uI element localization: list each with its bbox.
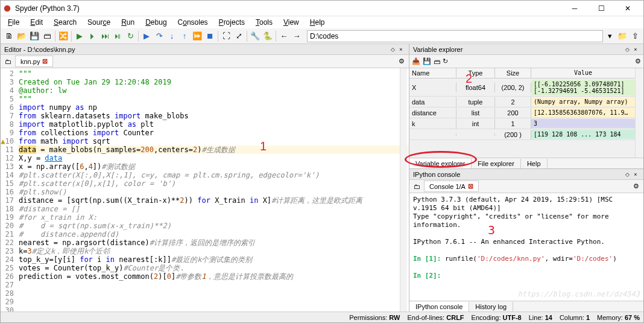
run-cell-advance-icon[interactable]: ⏭ <box>99 30 111 42</box>
save-all-icon[interactable]: 🗃 <box>41 30 53 42</box>
status-line: Line: 14 <box>529 314 552 321</box>
rerun-icon[interactable]: ↻ <box>124 30 136 42</box>
varexp-scrollbar[interactable] <box>635 68 643 158</box>
import-data-icon[interactable]: 📥 <box>412 57 420 65</box>
editor-options-icon[interactable]: ⚙ <box>397 57 406 66</box>
back-icon[interactable]: ← <box>278 30 290 42</box>
menu-tools[interactable]: Tools <box>251 17 277 28</box>
var-row[interactable]: datatuple2(Numpy array, Numpy array) <box>409 97 635 107</box>
save-data-as-icon[interactable]: 🗃 <box>434 58 440 65</box>
menu-run[interactable]: Run <box>116 17 139 28</box>
stop-debug-icon[interactable]: ⏹ <box>204 30 216 42</box>
run-icon[interactable]: ▶ <box>74 30 86 42</box>
tab-help[interactable]: Help <box>521 159 548 168</box>
editor-scrollbar[interactable] <box>400 68 407 312</box>
ipython-in-1: In [1]: runfile('D:/codes/knn.py', wdir=… <box>413 255 640 263</box>
run-cell-icon[interactable]: ⏵ <box>86 30 98 42</box>
menu-search[interactable]: Search <box>49 17 81 28</box>
varexp-pane-title: Variable explorer ◇ × <box>409 44 643 55</box>
watermark: https://blog.csdn.net/dz4543 <box>518 290 640 298</box>
varexp-table: Name Type Size Value Xfloat64(200, 2)[[-… <box>409 68 643 158</box>
menu-debug[interactable]: Debug <box>140 17 171 28</box>
tab-ipython-console[interactable]: IPython console <box>409 302 469 312</box>
menu-source[interactable]: Source <box>83 17 115 28</box>
varexp-close-icon[interactable]: × <box>631 46 640 53</box>
ipython-close-icon[interactable]: × <box>631 171 640 177</box>
in1-arg1: 'D:/codes/knn.py' <box>477 255 545 263</box>
var-row[interactable]: (200 )[119 128 108 ... 173 184 <box>409 129 635 140</box>
code-area[interactable]: """Created on Tue Jan 29 12:20:48 2019@a… <box>16 68 409 312</box>
in1-cmd: runfile( <box>441 255 477 263</box>
minimize-button[interactable]: ─ <box>561 1 588 16</box>
browse-dir-icon[interactable]: 📁 <box>616 30 628 42</box>
var-row[interactable]: kint13 <box>409 118 635 129</box>
menubar: File Edit Search Source Run Debug Consol… <box>1 16 643 28</box>
open-file-icon[interactable]: 📂 <box>16 30 28 42</box>
annotation-3: 3 <box>488 226 495 234</box>
ipython-output[interactable]: Python 3.7.3 (default, Apr 24 2019, 15:2… <box>409 193 643 301</box>
tab-history-log[interactable]: History log <box>469 302 513 312</box>
python-path-icon[interactable]: 🐍 <box>262 30 274 42</box>
statusbar: Permissions: RW End-of-lines: CRLF Encod… <box>1 312 643 322</box>
in2-prefix: In [2]: <box>413 272 441 280</box>
ipython-banner-1: Python 3.7.3 (default, Apr 24 2019, 15:2… <box>413 196 640 213</box>
save-data-icon[interactable]: 💾 <box>423 57 431 65</box>
ipython-in-2[interactable]: In [2]: <box>413 272 640 280</box>
menu-edit[interactable]: Edit <box>25 17 48 28</box>
fullscreen-icon[interactable]: ⤢ <box>233 30 245 42</box>
editor-close-icon[interactable]: × <box>397 46 405 53</box>
status-memory: Memory: 67 % <box>597 314 640 321</box>
step-over-icon[interactable]: ↷ <box>153 30 165 42</box>
menu-projects[interactable]: Projects <box>214 17 250 28</box>
ipython-undock-icon[interactable]: ◇ <box>623 171 631 177</box>
close-console-icon[interactable]: ⊠ <box>468 182 473 190</box>
editor-tabs: 🗀 knn.py ⊠ ⚙ <box>1 55 409 68</box>
col-name[interactable]: Name <box>409 68 456 78</box>
refresh-icon[interactable]: ↻ <box>443 57 448 65</box>
spyder-icon <box>3 4 11 13</box>
varexp-undock-icon[interactable]: ◇ <box>623 46 631 53</box>
editor-pane-title: Editor - D:\codes\knn.py ◇ × <box>1 44 409 55</box>
save-icon[interactable]: 💾 <box>28 30 40 42</box>
varexp-options-icon[interactable]: ⚙ <box>635 57 641 65</box>
col-value[interactable]: Value <box>531 68 635 78</box>
close-button[interactable]: ✕ <box>614 1 641 16</box>
tab-variable-explorer[interactable]: Variable explorer <box>409 159 472 168</box>
switch-file-icon[interactable]: 🔀 <box>57 30 69 42</box>
forward-icon[interactable]: → <box>291 30 303 42</box>
ipython-options-icon[interactable]: ⚙ <box>631 182 641 191</box>
status-eol: End-of-lines: CRLF <box>407 314 464 321</box>
debug-icon[interactable]: ▶ <box>140 30 153 42</box>
maximize-pane-icon[interactable]: ⛶ <box>220 30 232 42</box>
run-selection-icon[interactable]: ⏯ <box>112 30 124 42</box>
ipython-tab-console[interactable]: Console 1/A ⊠ <box>424 181 479 192</box>
toolbar: 🗎 📂 💾 🗃 🔀 ▶ ⏵ ⏭ ⏯ ↻ ▶ ↷ ↓ ↑ ⏩ ⏹ ⛶ ⤢ 🔧 🐍 … <box>1 28 643 44</box>
continue-icon[interactable]: ⏩ <box>191 30 203 42</box>
col-size[interactable]: Size <box>495 68 531 78</box>
code-editor[interactable]: 23456789▲1011121314151617181920212223242… <box>1 68 409 312</box>
browse-tabs-icon[interactable]: 🗀 <box>3 57 13 66</box>
titlebar: Spyder (Python 3.7) ─ ☐ ✕ <box>1 1 643 16</box>
menu-file[interactable]: File <box>3 17 24 28</box>
path-dropdown-icon[interactable]: ▾ <box>604 30 616 42</box>
ipython-browse-tabs-icon[interactable]: 🗀 <box>412 182 421 191</box>
parent-dir-icon[interactable]: ⇧ <box>629 30 641 42</box>
close-tab-icon[interactable]: ⊠ <box>42 57 48 65</box>
menu-view[interactable]: View <box>279 17 304 28</box>
var-row[interactable]: distancelist200[12.135856363807076, 11.9… <box>409 107 635 118</box>
maximize-button[interactable]: ☐ <box>588 1 614 16</box>
tab-file-explorer[interactable]: File explorer <box>472 159 521 168</box>
step-out-icon[interactable]: ↑ <box>178 30 191 42</box>
preferences-icon[interactable]: 🔧 <box>249 30 261 42</box>
status-permissions: Permissions: RW <box>349 314 400 321</box>
editor-tab-knn[interactable]: knn.py ⊠ <box>15 56 53 67</box>
working-dir-input[interactable]: D:\codes <box>307 30 603 42</box>
new-file-icon[interactable]: 🗎 <box>3 30 15 42</box>
var-row[interactable]: Xfloat64(200, 2)[[-6.10225056 3.09748071… <box>409 78 635 97</box>
menu-consoles[interactable]: Consoles <box>173 17 213 28</box>
editor-undock-icon[interactable]: ◇ <box>388 46 397 53</box>
varexp-title-text: Variable explorer <box>413 46 462 53</box>
step-into-icon[interactable]: ↓ <box>166 30 178 42</box>
col-type[interactable]: Type <box>456 68 495 78</box>
menu-help[interactable]: Help <box>305 17 330 28</box>
